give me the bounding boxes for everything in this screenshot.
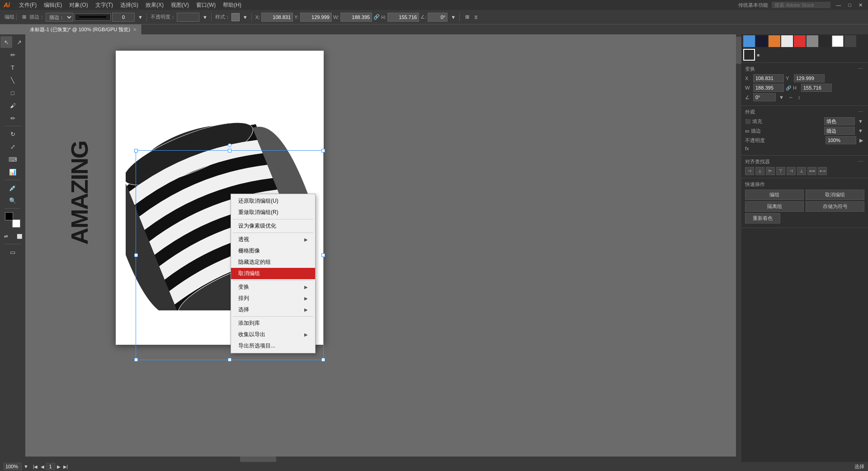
ungroup-btn[interactable]: 取消编组 — [806, 190, 864, 200]
h-transform-input[interactable] — [801, 84, 832, 92]
search-bar[interactable] — [772, 2, 830, 8]
tab-document[interactable]: 未标题-1 (已恢复)* @ 100% (RGB/GPU 预览) ✕ — [25, 24, 142, 34]
ctx-hide-group[interactable]: 隐藏选定的组 — [231, 257, 315, 268]
rotate-tool[interactable]: ↻ — [7, 128, 19, 140]
paintbrush-tool[interactable]: 🖌 — [7, 100, 19, 111]
x-input[interactable] — [261, 13, 293, 22]
align-vcenter-btn[interactable]: ⊣ — [787, 167, 796, 175]
zoom-down-btn[interactable]: ▼ — [24, 464, 28, 469]
appearance-more-btn[interactable]: ⋯ — [857, 109, 864, 115]
menu-select[interactable]: 选择(S) — [117, 0, 142, 10]
style-down-btn[interactable]: ▼ — [241, 14, 250, 21]
stroke-width-input[interactable] — [112, 13, 135, 22]
ctx-select[interactable]: 选择 ▶ — [231, 304, 315, 315]
type-tool[interactable]: T — [7, 62, 19, 73]
zoom-input[interactable] — [4, 463, 22, 470]
ctx-arrange[interactable]: 排列 ▶ — [231, 293, 315, 304]
opacity-input[interactable]: 100% — [177, 13, 199, 22]
menu-file[interactable]: 文件(F) — [15, 0, 40, 10]
ctx-add-to-library[interactable]: 添加到库 — [231, 318, 315, 329]
next-page-end[interactable]: ▶| — [62, 464, 69, 469]
dist-h-btn[interactable]: ⟺ — [807, 167, 816, 175]
maximize-btn[interactable]: □ — [846, 2, 853, 8]
swatch-dark[interactable] — [756, 35, 768, 47]
tab-close-btn[interactable]: ✕ — [133, 27, 137, 32]
zoom-tool[interactable]: 🔍 — [7, 195, 19, 206]
menu-view[interactable]: 视图(V) — [167, 0, 193, 10]
pencil-tool[interactable]: ✏ — [7, 112, 19, 124]
handle-bottom-mid[interactable] — [228, 358, 231, 362]
default-colors-btn[interactable]: ⬜ — [14, 230, 25, 242]
menu-effect[interactable]: 效果(X) — [142, 0, 167, 10]
page-input[interactable] — [46, 463, 55, 470]
fill-value[interactable] — [824, 117, 855, 125]
handle-bottom-right[interactable] — [321, 358, 325, 362]
pen-tool[interactable]: ✏ — [7, 49, 19, 61]
w-input[interactable] — [340, 13, 372, 22]
swatch-red[interactable] — [794, 35, 806, 47]
align-more-btn[interactable]: ⋯ — [857, 158, 864, 165]
prev-page-btn[interactable]: ◀ — [40, 464, 45, 469]
eyedropper-tool[interactable]: 💉 — [7, 182, 19, 194]
w-transform-input[interactable] — [753, 84, 784, 92]
constrain-prop-btn[interactable]: 🔗 — [786, 86, 791, 90]
fill-down-btn[interactable]: ▼ — [857, 118, 864, 124]
menu-object[interactable]: 对象(O) — [66, 0, 91, 10]
ctx-transform[interactable]: 变换 ▶ — [231, 281, 315, 293]
angle-down-btn[interactable]: ▼ — [449, 14, 458, 21]
scrollbar-thumb-h[interactable] — [240, 457, 276, 462]
angle-input[interactable] — [428, 13, 448, 22]
selected-swatch[interactable] — [743, 49, 755, 61]
ctx-ungroup[interactable]: 取消编组 — [231, 268, 315, 279]
ctx-perspective[interactable]: 透视 ▶ — [231, 234, 315, 245]
menu-help[interactable]: 帮助(H) — [219, 0, 245, 10]
swatch-white[interactable] — [832, 35, 844, 47]
next-page-btn[interactable]: ▶ — [56, 464, 61, 469]
stroke-select[interactable]: 描边： — [46, 13, 73, 22]
align-hcenter-btn[interactable]: ⊥ — [755, 167, 764, 175]
scrollbar-vertical[interactable] — [736, 34, 741, 462]
recolor-btn[interactable]: 重新着色 — [745, 213, 780, 224]
angle-transform-input[interactable] — [753, 93, 776, 101]
swatch-light[interactable] — [781, 35, 793, 47]
selection-tool[interactable]: ↖ — [0, 36, 12, 48]
x-transform-input[interactable] — [753, 74, 784, 82]
menu-type[interactable]: 文字(T) — [92, 0, 117, 10]
align-top-btn[interactable]: ⊤ — [776, 167, 785, 175]
transform-options-btn[interactable]: ⧖ — [472, 13, 480, 21]
ctx-raster-image[interactable]: 栅格图像 — [231, 245, 315, 257]
y-transform-input[interactable] — [794, 74, 825, 82]
minimize-btn[interactable]: — — [834, 2, 843, 8]
ctx-pixel-optimize[interactable]: 设为像素级优化 — [231, 220, 315, 232]
opacity-expand-btn[interactable]: ▶ — [858, 137, 864, 144]
scale-tool[interactable]: ⤢ — [7, 141, 19, 152]
align-distribute-btn[interactable]: ⊞ — [463, 13, 471, 21]
art-board-tool[interactable]: ▭ — [7, 246, 19, 258]
swatch-orange[interactable] — [769, 35, 780, 47]
menu-window[interactable]: 窗口(W) — [193, 0, 219, 10]
graph-tool[interactable]: 📊 — [7, 166, 19, 178]
stroke-value[interactable] — [824, 127, 855, 135]
constrain-btn[interactable]: 🔗 — [373, 14, 380, 20]
handle-mid-right[interactable] — [321, 253, 325, 257]
ctx-export-selected[interactable]: 导出所选项目... — [231, 340, 315, 352]
swatch-black2[interactable] — [819, 35, 831, 47]
warp-tool[interactable]: ⌨ — [7, 153, 19, 165]
opacity-down-btn[interactable]: ▼ — [201, 14, 209, 21]
line-tool[interactable]: ╲ — [7, 74, 19, 86]
direct-selection-tool[interactable]: ↗ — [13, 36, 25, 48]
stroke-down-p[interactable]: ▼ — [857, 128, 864, 134]
flip-v-btn[interactable]: ↕ — [797, 94, 802, 100]
align-left-btn[interactable]: ⊣ — [745, 167, 754, 175]
menu-edit[interactable]: 编辑(E) — [40, 0, 66, 10]
close-btn[interactable]: ✕ — [857, 2, 864, 9]
scrollbar-horizontal[interactable] — [25, 457, 741, 462]
swatch-gray[interactable] — [807, 35, 818, 47]
shape-tool[interactable]: □ — [7, 87, 19, 99]
edit-group-btn[interactable]: 编组 — [745, 190, 804, 200]
transform-more-btn[interactable]: ⋯ — [857, 66, 864, 72]
align-bottom-btn[interactable]: ⊥ — [797, 167, 806, 175]
handle-bottom-left[interactable] — [134, 358, 138, 362]
stroke-down-btn[interactable]: ▼ — [136, 14, 145, 21]
dist-v-btn[interactable]: ⟻ — [818, 167, 827, 175]
